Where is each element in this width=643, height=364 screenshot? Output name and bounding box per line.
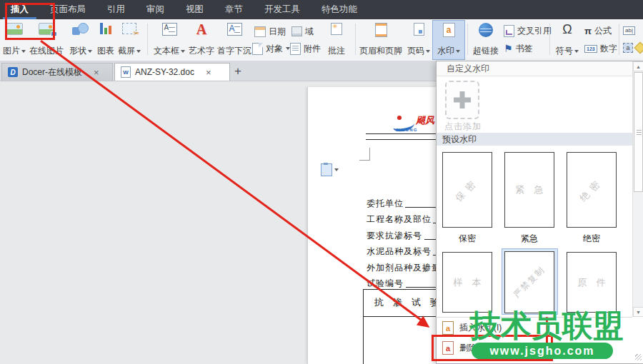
watermark-icon: a [443,23,455,37]
header-footer-button[interactable]: 页眉和页脚 [358,21,404,59]
screenshot-button[interactable]: ✂ 截屏 [115,21,144,59]
close-tab-icon[interactable]: × [94,68,99,77]
screenshot-icon: ✂ [122,23,136,34]
ribbon-separator [549,24,550,55]
preset-watermark-juemi[interactable]: 绝密 [567,152,617,228]
preset-watermark-baomi[interactable]: 保密 [442,152,492,228]
menu-tab-label: 视图 [186,4,204,16]
ribbon: 图片 在线图片 形状 图表 ✂ 截屏 A 文本框 A 艺术字 A 首字下沉 [0,19,643,61]
preset-watermark-yangben[interactable]: 样本 [442,252,492,313]
field-label: 域 [305,26,314,38]
screenshot-label: 截屏 [118,45,135,57]
custom-watermark-header: 自定义水印 [437,61,632,76]
doc-tab-anz-sy-32[interactable]: W ANZ-SY-32.doc × [114,63,230,81]
scrollbar-thumb[interactable] [634,72,643,192]
caret-down-icon [456,50,460,53]
formula-button[interactable]: π公式 [584,24,612,38]
bookmark-label: 书签 [516,43,533,55]
paste-options-button[interactable] [321,163,339,176]
chart-label: 图表 [97,45,114,57]
field-label-cement: 水泥品种及标号 [367,246,432,258]
ribbon-separator [619,24,619,55]
menu-tab-view[interactable]: 视图 [175,0,214,19]
menu-tab-references[interactable]: 引用 [96,0,136,19]
scroll-up-arrow[interactable]: ▲ [633,61,643,71]
preset-watermark-yuanjian[interactable]: 原件 [567,252,617,313]
page-number-button[interactable]: 页码 [404,21,433,59]
number-button[interactable]: 123数字 [584,41,617,56]
add-watermark-button[interactable] [445,81,479,119]
panel-scrollbar[interactable]: ▲ ▼ [632,61,643,317]
field-underline [405,207,436,208]
menu-tab-section[interactable]: 章节 [214,0,254,19]
caret-down-icon [88,50,92,53]
logo-dot [397,116,402,120]
formula-label: 公式 [594,25,612,37]
globe-icon [479,23,493,37]
doc-tab-docer[interactable]: D Docer-在线模板 × [1,63,113,81]
cross-reference-button[interactable]: 交叉引用 [504,24,552,38]
attachment-label: 附件 [304,43,321,55]
symbol-button[interactable]: Ω 符号 [552,21,582,59]
menu-tab-developer[interactable]: 开发工具 [254,0,311,19]
header-footer-label: 页眉和页脚 [359,45,402,57]
caret-down-icon [21,50,26,53]
text-tool-button[interactable]: ab| [623,24,635,38]
bookmark-flag-icon: ⚑ [504,44,513,54]
clipboard-icon [321,163,332,176]
chart-icon [100,23,112,34]
field-label-client: 委托单位 [367,198,404,210]
caret-down-icon [574,50,579,53]
comment-button[interactable]: ✳ 批注 [323,21,350,59]
chart-button[interactable]: 图表 [95,21,116,59]
scroll-down-arrow[interactable]: ▼ [633,307,643,317]
preset-label: 绝密 [567,233,617,245]
scrollbar-grip [637,130,642,135]
star-glyph: ✳ [332,23,338,30]
docer-icon: D [8,67,18,77]
cross-reference-label: 交叉引用 [517,25,552,37]
wordart-button[interactable]: A 艺术字 [186,21,217,59]
cross-reference-icon [504,25,514,37]
annotation-rect-picture-buttons [5,3,55,40]
char-border-button[interactable]: a [623,41,643,55]
abl-icon: ab| [623,26,635,35]
menu-tab-label: 特色功能 [322,4,357,16]
watermark-preview-text: 绝密 [577,175,606,204]
preset-watermark-jinji[interactable]: 紧急 [504,152,554,228]
menu-tab-label: 开发工具 [264,4,300,16]
header-rule [366,133,436,134]
watermark-preview-text: 样本 [444,276,491,289]
close-tab-icon[interactable]: × [206,68,211,77]
attachment-button[interactable]: 附件 [290,41,321,56]
dropcap-button[interactable]: A 首字下沉 [216,21,252,59]
panel-resize-grip[interactable] [635,354,642,360]
letter-a-glyph: A [229,24,235,34]
date-button[interactable]: 日期 [254,24,286,39]
dashed-a-icon: a [623,43,633,53]
shapes-icon [72,23,89,35]
wordart-label: 艺术字 [189,45,214,57]
object-button[interactable]: 对象 [252,41,290,56]
insert-watermark-icon: a [442,321,454,335]
preset-watermark-yanjinfuzhi[interactable]: 严禁复制 [504,251,554,313]
watermark-label: 水印 [437,45,454,57]
menu-tab-label: 页面布局 [50,4,86,16]
caret-down-icon [334,168,339,171]
bookmark-button[interactable]: ⚑书签 [504,41,533,56]
textbox-button[interactable]: A 文本框 [151,21,187,59]
comment-icon: ✳ [331,23,342,35]
caret-down-icon [181,50,185,53]
date-icon [254,26,266,37]
shapes-button[interactable]: 形状 [66,21,96,59]
menu-tab-review[interactable]: 审阅 [136,0,175,19]
hyperlink-button[interactable]: 超链接 [470,21,502,59]
field-label-admixture: 外加剂品种及掺量 [367,262,441,274]
menu-tab-special-features[interactable]: 特色功能 [311,0,368,19]
field-button[interactable]: 域 [291,24,314,39]
object-icon [252,43,263,55]
date-label: 日期 [269,26,286,38]
watermark-button[interactable]: a 水印 [433,21,464,59]
word-doc-icon: W [121,66,131,78]
new-tab-button[interactable]: + [234,64,241,79]
